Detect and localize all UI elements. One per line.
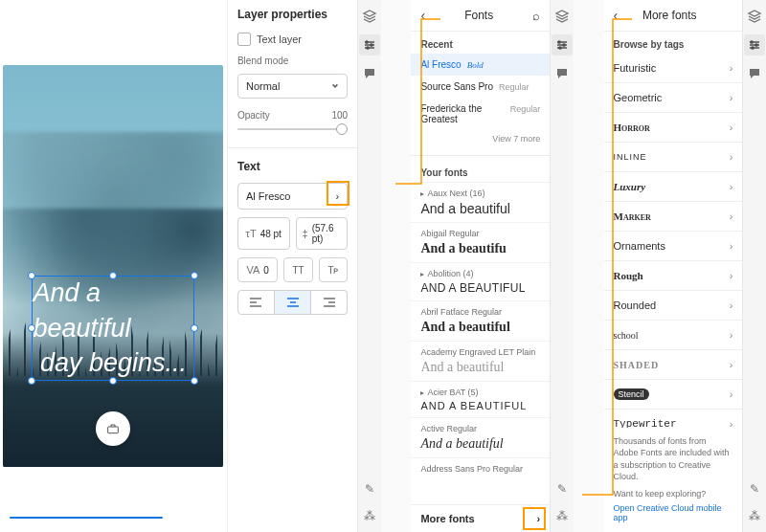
recent-label: Recent [411, 32, 550, 54]
font-tag-row[interactable]: Luxury› [604, 172, 743, 202]
text-layer-selection[interactable]: And a beautiful day begins... [32, 276, 194, 381]
font-list-item[interactable]: ▸Aaux Next (16)And a beautiful [411, 182, 550, 222]
line-height-value: (57.6 pt) [312, 223, 341, 244]
text-layer-label: Text layer [257, 33, 302, 45]
svg-rect-0 [108, 427, 119, 433]
divider [228, 147, 357, 148]
right-rail: ✎ ⁂ [742, 0, 766, 532]
layers-icon[interactable] [746, 8, 763, 25]
recent-font-item[interactable]: Fredericka the GreatestRegular [411, 98, 550, 130]
font-tag-row[interactable]: SHADED› [604, 350, 743, 380]
comment-icon[interactable] [361, 65, 378, 82]
font-tag-row[interactable]: Rough› [604, 261, 743, 291]
properties-icon[interactable] [744, 34, 765, 55]
font-tag-row[interactable]: Rounded› [604, 291, 743, 321]
opacity-value: 100 [331, 110, 348, 121]
smallcaps-toggle[interactable]: Tᴘ [319, 257, 348, 282]
font-size-field[interactable]: τT 48 pt [237, 217, 290, 250]
font-list-item[interactable]: Abril Fatface RegularAnd a beautiful [411, 300, 550, 341]
bug-icon[interactable]: ⁂ [746, 507, 763, 524]
right-rail: ✎ ⁂ [550, 0, 574, 532]
fonts-panel: ‹ Fonts ⌕ Recent Al FrescoBoldSource San… [411, 0, 550, 532]
artboard[interactable]: And a beautiful day begins... [3, 65, 223, 467]
comment-icon[interactable] [553, 65, 571, 82]
blend-mode-label: Blend mode [228, 52, 357, 70]
align-left-button[interactable] [237, 290, 275, 315]
svg-point-7 [751, 41, 753, 43]
text-layer-toggle[interactable]: Text layer [228, 27, 357, 52]
bug-icon[interactable]: ⁂ [553, 507, 571, 524]
properties-icon[interactable] [552, 34, 573, 55]
font-list-item[interactable]: ▸Abolition (4)AND A BEAUTIFUL [411, 262, 550, 300]
svg-point-8 [755, 44, 757, 46]
svg-point-2 [371, 44, 372, 46]
uppercase-toggle[interactable]: TT [283, 257, 312, 282]
font-tag-row[interactable]: Marker› [604, 202, 743, 232]
font-tag-row[interactable]: INLINE› [604, 143, 743, 172]
svg-point-9 [752, 47, 754, 49]
line-height-field[interactable]: ‡ (57.6 pt) [296, 217, 349, 250]
text-section-title: Text [228, 152, 357, 179]
blend-mode-value: Normal [246, 80, 280, 92]
blend-mode-select[interactable]: Normal [237, 74, 348, 99]
font-tag-row[interactable]: Futuristic› [604, 54, 743, 83]
line-height-icon: ‡ [303, 228, 308, 239]
browse-tags-label: Browse by tags [604, 32, 743, 54]
tracking-field[interactable]: VA 0 [237, 257, 278, 282]
font-name: Al Fresco [246, 190, 290, 202]
font-tag-row[interactable]: Horror› [604, 113, 743, 143]
font-tag-row[interactable]: Geometric› [604, 83, 743, 113]
slider-track [237, 128, 348, 130]
properties-icon[interactable] [359, 34, 380, 55]
font-tag-row[interactable]: Typewriter› [604, 410, 743, 428]
svg-point-5 [563, 44, 565, 46]
toolbox-icon [105, 421, 121, 436]
back-button[interactable]: ‹ [614, 8, 619, 23]
pencil-icon[interactable]: ✎ [553, 480, 571, 498]
view-more-link[interactable]: View 7 more [411, 130, 550, 151]
opacity-label: Opacity [237, 110, 270, 121]
font-list-item[interactable]: ▸Acier BAT (5)AND A BEAUTIFUL [411, 381, 550, 417]
pencil-icon[interactable]: ✎ [746, 480, 763, 498]
slider-knob[interactable] [336, 123, 348, 135]
text-line: day begins... [40, 345, 187, 380]
your-fonts-label: Your fonts [411, 160, 550, 182]
font-list-item[interactable]: Active RegularAnd a beautiful [411, 417, 550, 457]
font-size-value: 48 pt [260, 229, 282, 239]
checkbox-icon [237, 33, 251, 46]
layers-icon[interactable] [361, 8, 378, 25]
layers-icon[interactable] [553, 8, 571, 25]
svg-point-6 [559, 47, 561, 49]
chevron-down-icon [331, 82, 339, 90]
font-tag-row[interactable]: Stencil› [604, 380, 743, 410]
bug-icon[interactable]: ⁂ [361, 507, 378, 524]
align-right-button[interactable] [311, 290, 348, 315]
svg-point-4 [558, 41, 560, 43]
font-list-item[interactable]: Address Sans Pro Regular [411, 457, 550, 479]
font-tag-row[interactable]: school› [604, 321, 743, 350]
more-fonts-highlight [523, 507, 546, 530]
font-select-highlight [327, 181, 349, 206]
comment-icon[interactable] [746, 65, 763, 82]
font-list-item[interactable]: Abigail RegularAnd a beautifu [411, 222, 550, 262]
font-size-icon: τT [246, 228, 257, 239]
font-tag-row[interactable]: Ornaments› [604, 232, 743, 261]
recent-font-item[interactable]: Al FrescoBold [411, 54, 550, 76]
svg-point-3 [367, 47, 369, 49]
opacity-slider[interactable] [237, 122, 348, 136]
search-icon[interactable]: ⌕ [532, 9, 540, 23]
align-center-button[interactable] [275, 290, 311, 315]
layer-properties-panel: Layer properties Text layer Blend mode N… [227, 0, 357, 532]
more-fonts-title: More fonts [642, 9, 697, 22]
more-fonts-panel: ‹ More fonts Browse by tags Futuristic›G… [604, 0, 743, 532]
canvas-area: And a beautiful day begins... [0, 0, 227, 532]
right-rail: ✎ ⁂ [357, 0, 381, 532]
recent-font-item[interactable]: Source Sans ProRegular [411, 76, 550, 98]
back-button[interactable]: ‹ [420, 8, 425, 23]
pencil-icon[interactable]: ✎ [361, 480, 378, 498]
footer-explore: Want to keep exploring? [604, 486, 743, 503]
font-list-item[interactable]: Academy Engraved LET PlainAnd a beautifu… [411, 341, 550, 381]
fonts-panel-title: Fonts [464, 9, 493, 22]
open-cc-link[interactable]: Open Creative Cloud mobile app [604, 503, 743, 532]
page-indicator [10, 517, 163, 519]
